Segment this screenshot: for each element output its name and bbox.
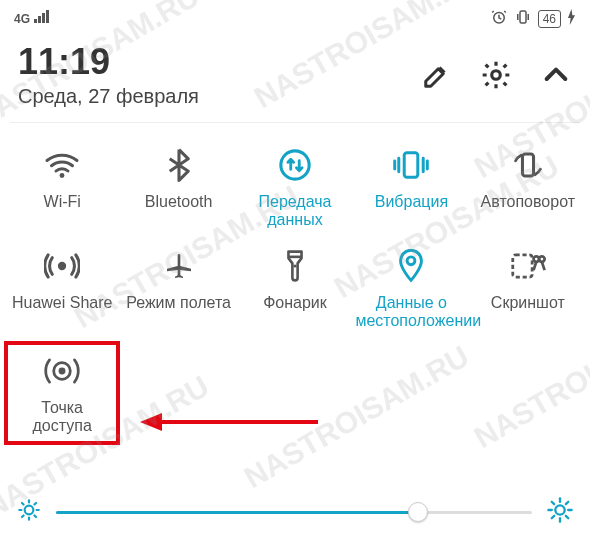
screenshot-icon — [510, 246, 546, 286]
tile-location[interactable]: Данные о местоположении — [353, 240, 469, 337]
svg-line-38 — [552, 516, 554, 518]
svg-rect-3 — [46, 10, 49, 23]
svg-point-6 — [492, 70, 501, 79]
divider — [10, 122, 580, 123]
airplane-icon — [163, 246, 195, 286]
battery-level: 46 — [538, 10, 561, 28]
alarm-icon — [490, 8, 508, 29]
tile-label: Скриншот — [491, 294, 565, 312]
hotspot-icon — [44, 351, 80, 391]
svg-rect-9 — [405, 153, 419, 177]
tile-vibration[interactable]: Вибрация — [353, 139, 469, 236]
flashlight-icon — [282, 246, 308, 286]
svg-line-39 — [566, 502, 568, 504]
location-icon — [397, 246, 425, 286]
brightness-low-icon — [16, 497, 42, 527]
svg-point-17 — [539, 256, 545, 262]
tile-wifi[interactable]: Wi-Fi — [4, 139, 120, 236]
brightness-high-icon — [546, 496, 574, 528]
svg-line-28 — [34, 515, 36, 517]
tile-label: Точка доступа — [10, 399, 114, 436]
svg-point-22 — [25, 506, 34, 515]
tile-hotspot[interactable]: Точка доступа — [4, 341, 120, 446]
notification-header: 11:19 Среда, 27 февраля — [0, 33, 590, 122]
tile-huawei-share[interactable]: Huawei Share — [4, 240, 120, 337]
tile-label: Вибрация — [375, 193, 448, 211]
svg-point-14 — [407, 257, 415, 265]
chevron-up-icon[interactable] — [540, 59, 572, 91]
svg-rect-1 — [38, 16, 41, 23]
vibrate-icon — [514, 8, 532, 29]
tile-autorotate[interactable]: Автоповорот — [470, 139, 586, 236]
data-transfer-icon — [278, 145, 312, 185]
svg-rect-5 — [520, 11, 526, 23]
tile-label: Bluetooth — [145, 193, 213, 211]
brightness-thumb[interactable] — [408, 502, 428, 522]
svg-line-29 — [22, 515, 24, 517]
bluetooth-icon — [167, 145, 191, 185]
tile-label: Wi-Fi — [44, 193, 81, 211]
svg-point-7 — [60, 173, 65, 178]
svg-point-13 — [293, 264, 296, 267]
svg-line-30 — [34, 503, 36, 505]
tile-label: Автоповорот — [481, 193, 575, 211]
gear-icon[interactable] — [480, 59, 512, 91]
svg-rect-0 — [34, 19, 37, 23]
quick-settings-grid: Wi-Fi Bluetooth Передача данных Вибрация… — [0, 129, 590, 447]
svg-line-36 — [552, 502, 554, 504]
svg-point-8 — [281, 151, 309, 179]
svg-point-11 — [58, 262, 66, 270]
vibration-icon — [392, 145, 430, 185]
tile-label: Фонарик — [263, 294, 327, 312]
tile-label: Передача данных — [239, 193, 351, 230]
charging-icon — [567, 9, 576, 28]
signal-icon — [34, 9, 54, 28]
tile-screenshot[interactable]: Скриншот — [470, 240, 586, 337]
svg-point-31 — [555, 505, 564, 514]
status-bar: 4G 46 — [0, 0, 590, 33]
svg-rect-2 — [42, 13, 45, 23]
svg-line-37 — [566, 516, 568, 518]
tile-label: Данные о местоположении — [355, 294, 467, 331]
autorotate-icon — [510, 145, 546, 185]
network-type: 4G — [14, 12, 30, 26]
tile-label: Режим полета — [126, 294, 231, 312]
svg-line-27 — [22, 503, 24, 505]
clock: 11:19 — [18, 41, 199, 83]
tile-flashlight[interactable]: Фонарик — [237, 240, 353, 337]
tile-data[interactable]: Передача данных — [237, 139, 353, 236]
edit-icon[interactable] — [422, 60, 452, 90]
tile-bluetooth[interactable]: Bluetooth — [120, 139, 236, 236]
svg-rect-10 — [522, 154, 533, 176]
date: Среда, 27 февраля — [18, 85, 199, 108]
huawei-share-icon — [44, 246, 80, 286]
wifi-icon — [43, 145, 81, 185]
svg-rect-15 — [513, 255, 532, 277]
tile-airplane[interactable]: Режим полета — [120, 240, 236, 337]
tile-label: Huawei Share — [12, 294, 113, 312]
brightness-slider[interactable] — [56, 509, 532, 515]
brightness-row — [0, 496, 590, 528]
svg-point-18 — [59, 367, 66, 374]
